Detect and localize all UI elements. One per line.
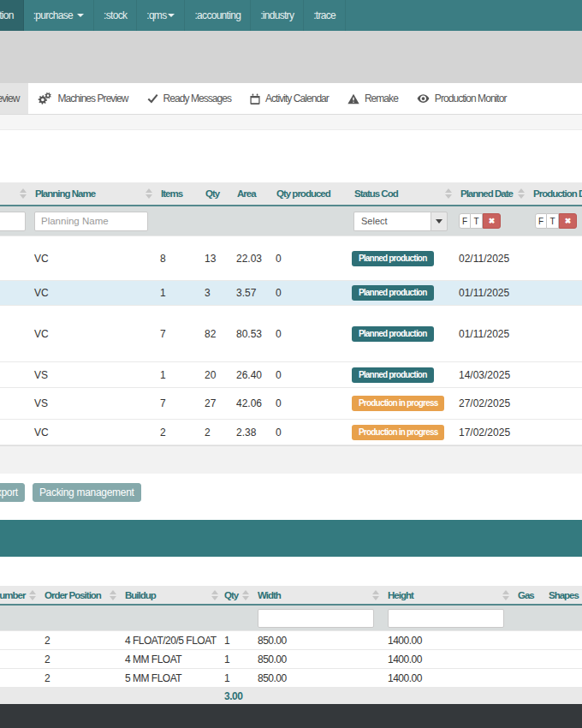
column-header-number[interactable]: Number (0, 586, 38, 606)
column-header-area[interactable]: Area (230, 182, 270, 206)
nav-item-accounting[interactable]: :accounting (185, 0, 251, 31)
cell-qty: 1 (220, 650, 251, 669)
tab-orders-preview[interactable]: Orders Preview (0, 83, 28, 114)
table-row-selected[interactable]: VC 1 3 3.57 0 Planned production 01/11/2… (0, 281, 582, 306)
cell-number (0, 669, 38, 688)
tab-list: Orders Preview Machines Preview Ready Me… (0, 83, 582, 114)
tab-machines-preview[interactable]: Machines Preview (28, 83, 137, 114)
total-qty: 3.00 (220, 688, 251, 704)
planning-name-filter-input[interactable] (34, 212, 148, 231)
column-header-items[interactable]: Items (154, 182, 199, 206)
select-caret-button[interactable] (431, 212, 448, 231)
tab-label: Activity Calendar (265, 92, 329, 104)
cell-number (0, 631, 38, 650)
date-to-button[interactable]: T (471, 213, 483, 229)
chevron-down-icon (168, 14, 175, 17)
filter-cell (118, 606, 220, 631)
table-row[interactable]: 2 4 MM FLOAT 1 850.00 1400.00 (0, 650, 582, 669)
cell-shapes (542, 650, 582, 669)
column-label: Area (237, 188, 256, 199)
cell-number (0, 362, 28, 388)
nav-item-purchase[interactable]: :purchase (24, 0, 94, 31)
table-row[interactable]: 2 5 MM FLOAT 1 850.00 1400.00 (0, 669, 582, 688)
nav-item-industry[interactable]: :industry (251, 0, 304, 31)
clear-filter-button[interactable]: ✖ (559, 213, 577, 229)
tab-activity-calendar[interactable]: Activity Calendar (241, 83, 338, 114)
column-header-status-cod[interactable]: Status Cod (347, 182, 454, 206)
nav-item-trace[interactable]: :trace (304, 0, 346, 31)
column-label: Shapes (549, 590, 579, 600)
cell-width: 850.00 (251, 650, 381, 669)
cell-planning-name: VC (28, 420, 154, 445)
export-button[interactable]: Export (0, 483, 25, 502)
table-row[interactable]: VS 1 20 26.40 0 Planned production 14/03… (0, 362, 582, 388)
filter-cell (230, 206, 270, 236)
cell-items: 1 (154, 281, 199, 306)
cell-qty: 27 (199, 388, 230, 420)
header-row: Number Order Position Buildup Qty Width … (0, 586, 582, 606)
calendar-icon (250, 93, 260, 104)
packing-management-button[interactable]: Packing management (33, 483, 141, 502)
cell-items: 7 (154, 388, 199, 420)
column-header-width[interactable]: Width (251, 586, 381, 606)
date-from-button[interactable]: F (535, 213, 547, 229)
planning-table-wrap: Planning Name Items Qty Area Qty produce… (0, 182, 582, 445)
navbar-items: :production :purchase :stock :qms :accou… (0, 0, 582, 31)
panel-strip (0, 115, 582, 130)
cell-planning-name: VS (28, 388, 154, 420)
tab-ready-messages[interactable]: Ready Messages (138, 83, 241, 114)
footer-cell (542, 688, 582, 704)
number-filter-input[interactable] (0, 212, 26, 231)
date-to-button[interactable]: T (547, 213, 559, 229)
nav-item-qms[interactable]: :qms (137, 0, 185, 31)
filter-cell (0, 606, 38, 631)
tab-remake[interactable]: Remake (338, 83, 407, 114)
top-navbar: :production :purchase :stock :qms :accou… (0, 0, 582, 31)
footer-cell (0, 688, 38, 704)
column-header-planning-name[interactable]: Planning Name (28, 182, 154, 206)
column-header-number[interactable] (0, 182, 28, 206)
tab-production-monitor[interactable]: Production Monitor (407, 83, 516, 114)
height-filter-input[interactable] (388, 609, 504, 628)
nav-item-stock[interactable]: :stock (94, 0, 137, 31)
cell-planned-date: 01/11/2025 (454, 281, 526, 306)
status-badge: Planned production (352, 367, 434, 383)
table-row[interactable]: VS 7 27 42.06 0 Production in progress 2… (0, 388, 582, 420)
page: :production :purchase :stock :qms :accou… (0, 0, 582, 728)
column-label: Number (0, 590, 25, 600)
width-filter-input[interactable] (258, 609, 374, 628)
table-row[interactable]: VC 8 13 22.03 0 Planned production 02/11… (0, 236, 582, 281)
filter-row (0, 606, 582, 631)
cell-production-date (526, 281, 582, 306)
cell-qty-produced: 0 (270, 362, 347, 388)
column-header-gas[interactable]: Gas (511, 586, 542, 606)
date-from-button[interactable]: F (459, 213, 471, 229)
column-header-buildup[interactable]: Buildup (118, 586, 220, 606)
bottom-bar (0, 704, 582, 728)
cell-number (0, 650, 38, 669)
cell-area: 2.38 (230, 420, 270, 445)
header-row: Planning Name Items Qty Area Qty produce… (0, 182, 582, 206)
column-header-qty[interactable]: Qty (220, 586, 251, 606)
cell-order-position: 2 (38, 631, 118, 650)
nav-item-label: :purchase (33, 9, 73, 21)
table-total-row: 3.00 (0, 688, 582, 704)
chevron-down-icon (436, 219, 442, 224)
column-header-order-position[interactable]: Order Position (38, 586, 118, 606)
filter-cell-number (0, 206, 28, 236)
column-header-qty-produced[interactable]: Qty produced (270, 182, 347, 206)
table-row[interactable]: VC 2 2 2.38 0 Production in progress 17/… (0, 420, 582, 445)
cell-width: 850.00 (251, 631, 381, 650)
column-header-planned-date[interactable]: Planned Date (454, 182, 526, 206)
column-header-shapes[interactable]: Shapes (542, 586, 582, 606)
status-badge: Planned production (352, 326, 434, 342)
column-header-qty[interactable]: Qty (199, 182, 230, 206)
clear-filter-button[interactable]: ✖ (483, 213, 501, 229)
filter-cell-production-date: F T ✖ (526, 206, 582, 236)
status-filter-select[interactable]: Select (353, 212, 448, 231)
column-header-height[interactable]: Height (381, 586, 511, 606)
table-row[interactable]: VC 7 82 80.53 0 Planned production 01/11… (0, 306, 582, 362)
table-row[interactable]: 2 4 FLOAT/20/5 FLOAT 1 850.00 1400.00 (0, 631, 582, 650)
column-header-production-date[interactable]: Production Date (526, 182, 582, 206)
nav-item-production[interactable]: :production (0, 0, 24, 31)
